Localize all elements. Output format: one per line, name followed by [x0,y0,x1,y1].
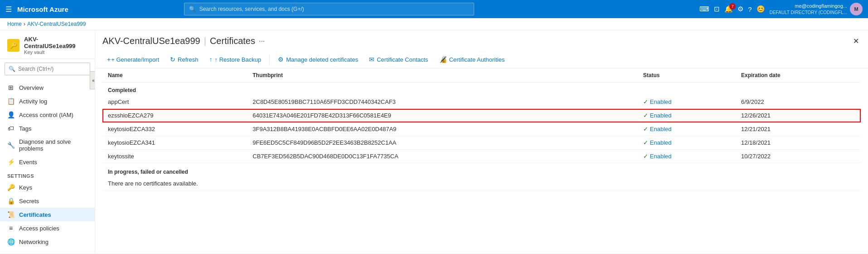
cert-status: ✓Enabled [638,95,736,109]
azure-logo: Microsoft Azure [17,5,68,13]
table-row[interactable]: keytossite CB7EF3ED562B5DAC90D468DE0D0C1… [102,150,861,163]
table-row[interactable]: appCert 2C8D45E80519BBC7110A65FFD3CDD744… [102,95,861,109]
close-button[interactable]: ✕ [851,35,861,47]
sidebar-nav: ⊞ Overview 📋 Activity log 👤 Access contr… [0,79,95,254]
help-icon[interactable]: ? [748,5,752,13]
sidebar-item-access-policies[interactable]: ≡ Access policies [0,221,95,235]
search-placeholder-text: Search resources, services, and docs (G+… [199,6,304,12]
certificate-authorities-button[interactable]: 🔏 Certificate Authorities [435,54,509,65]
hamburger-icon[interactable]: ☰ [5,5,12,14]
cert-expiration: 10/27/2022 [736,150,861,163]
toolbar-divider [269,54,270,65]
secrets-icon: 🔒 [7,197,15,205]
sidebar-item-label: Overview [19,84,44,91]
sidebar-item-label: Events [19,159,37,166]
cert-name: keytossite [102,150,247,163]
in-progress-label: In progress, failed or cancelled [102,163,861,177]
section-title: Certificates [210,36,255,46]
col-status: Status [638,68,736,83]
vault-name-title: AKV-CentralUSe1ea999 [102,36,200,46]
in-progress-section-header: In progress, failed or cancelled [102,163,861,177]
restore-backup-button[interactable]: ↑ ↑ Restore Backup [205,54,266,65]
cert-status: ✓Enabled [638,109,736,122]
cert-thumbprint: 9FE6ED5C5CF849D96B5D2F2EE3463B2B8252C1AA [247,136,638,150]
refresh-icon: ↻ [170,56,175,63]
completed-label: Completed [102,83,861,96]
no-certs-row: There are no certificates available. [102,177,861,190]
table-row[interactable]: keytosioEZCA341 9FE6ED5C5CF849D96B5D2F2E… [102,136,861,150]
avatar[interactable]: M [850,3,863,15]
certificate-authorities-icon: 🔏 [439,56,447,63]
cert-name: keytosioEZCA332 [102,122,247,136]
sidebar-item-certificates[interactable]: 📜 Certificates [0,208,95,221]
refresh-button[interactable]: ↻ Refresh [165,54,203,65]
cloud-shell-icon[interactable]: ⌨ [699,5,709,13]
col-thumbprint: Thumbprint [247,68,638,83]
content-title-row: AKV-CentralUSe1ea999 | Certificates ··· … [102,35,861,47]
vault-icon: 🔑 [7,39,19,52]
settings-icon[interactable]: ⚙ [737,5,743,13]
search-icon: 🔍 [189,6,196,12]
breadcrumb-home[interactable]: Home [7,21,22,27]
topbar: ☰ Microsoft Azure 🔍 Search resources, se… [0,0,868,18]
sidebar-item-keys[interactable]: 🔑 Keys [0,181,95,194]
cert-thumbprint: 64031E743A046E201FD78E42D313F66C0581E4E9 [247,109,638,122]
sidebar-search-icon: 🔍 [9,66,15,72]
sidebar-item-events[interactable]: ⚡ Events [0,155,95,169]
restore-backup-icon: ↑ [209,56,213,63]
sidebar-item-tags[interactable]: 🏷 Tags [0,122,95,135]
breadcrumb-sep: › [24,21,25,27]
sidebar-item-overview[interactable]: ⊞ Overview [0,81,95,94]
sidebar-title-block: AKV-CentralUSe1ea999 Key vault [24,36,87,55]
sidebar: 🔑 AKV-CentralUSe1ea999 Key vault 🔍 « ⊞ O… [0,30,95,254]
cert-expiration: 6/9/2022 [736,95,861,109]
feedback-icon[interactable]: 😊 [756,5,765,13]
user-info[interactable]: me@codingflamingog... DEFAULT DIRECTORY … [770,3,863,15]
certificate-contacts-button[interactable]: ✉ Certificate Contacts [364,54,432,65]
certificates-table: Name Thumbprint Status Expiration date C… [102,68,861,190]
generate-import-label: + Generate/Import [111,56,159,63]
sidebar-item-label: Tags [19,125,31,132]
settings-section-label: Settings [0,169,95,181]
toolbar: + + Generate/Import ↻ Refresh ↑ ↑ Restor… [102,51,861,68]
sidebar-collapse-button[interactable]: « [90,71,95,89]
certificates-icon: 📜 [7,211,15,218]
content-area: AKV-CentralUSe1ea999 | Certificates ··· … [95,30,868,254]
tags-icon: 🏷 [7,125,15,132]
manage-deleted-icon: ⚙ [278,56,284,63]
notification-badge: 7 [729,3,736,10]
sidebar-item-diagnose[interactable]: 🔧 Diagnose and solve problems [0,135,95,155]
events-icon: ⚡ [7,158,15,166]
table-row[interactable]: keytosioEZCA332 3F9A312B8BA41938E0ACBBFD… [102,122,861,136]
sidebar-title: AKV-CentralUSe1ea999 [24,36,87,49]
refresh-label: Refresh [178,56,199,63]
diagnose-icon: 🔧 [7,142,15,149]
sidebar-item-label: Keys [19,184,32,191]
title-separator: | [204,36,206,46]
table-row[interactable]: ezsshioEZCA279 64031E743A046E201FD78E42D… [102,109,861,122]
sidebar-item-label: Networking [19,239,48,245]
activity-log-icon: 📋 [7,98,15,105]
cert-thumbprint: 3F9A312B8BA41938E0ACBBFD0EE6AA02E0D487A9 [247,122,638,136]
portal-menu-icon[interactable]: ⊡ [714,5,720,13]
sidebar-search-input[interactable] [18,66,86,72]
notification-icon[interactable]: 🔔 7 [724,5,733,13]
sidebar-item-access-control[interactable]: 👤 Access control (IAM) [0,108,95,122]
sidebar-item-networking[interactable]: 🌐 Networking [0,235,95,249]
cert-thumbprint: CB7EF3ED562B5DAC90D468DE0D0C13F1FA7735CA [247,150,638,163]
sidebar-search[interactable]: 🔍 [5,63,90,75]
sidebar-item-label: Access control (IAM) [19,112,73,118]
sidebar-item-activity-log[interactable]: 📋 Activity log [0,94,95,108]
more-options-button[interactable]: ··· [259,37,265,45]
keys-icon: 🔑 [7,184,15,191]
sidebar-item-label: Certificates [19,211,51,218]
cert-expiration: 12/18/2021 [736,136,861,150]
sidebar-item-secrets[interactable]: 🔒 Secrets [0,194,95,208]
manage-deleted-label: Manage deleted certificates [286,56,358,63]
manage-deleted-button[interactable]: ⚙ Manage deleted certificates [273,54,363,65]
user-display: me@codingflamingog... DEFAULT DIRECTORY … [770,3,847,15]
breadcrumb-resource[interactable]: AKV-CentralUSe1ea999 [27,21,86,27]
sidebar-subtitle: Key vault [24,49,87,55]
search-bar[interactable]: 🔍 Search resources, services, and docs (… [184,3,474,15]
generate-import-button[interactable]: + + Generate/Import [102,54,164,65]
